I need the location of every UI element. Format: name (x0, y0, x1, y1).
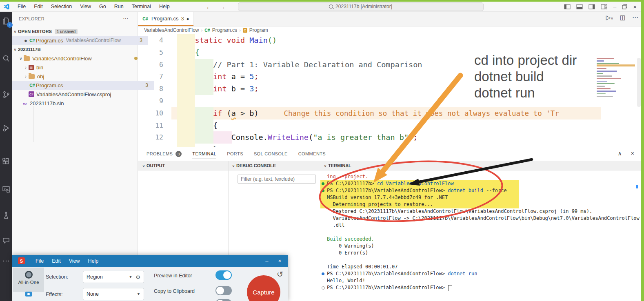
tab-problems-badge: 3 (181, 15, 184, 22)
search-icon[interactable] (1, 54, 11, 64)
remote-explorer-icon[interactable] (1, 184, 11, 194)
terminal-line: PS C:\20231117b\VariablesAndControlFlow> (322, 284, 642, 291)
command-status-icon (322, 270, 327, 277)
snagit-menu-view[interactable]: View (67, 257, 82, 265)
panel-tab-ports[interactable]: PORTS (227, 147, 243, 160)
folder-icon (24, 56, 30, 61)
command-center-search[interactable]: 20231117b [Administrator] (238, 2, 484, 11)
minimap-line (597, 93, 606, 95)
breadcrumb-separator: › (201, 28, 203, 33)
section-header-debug-console[interactable]: ∨DEBUG CONSOLE (231, 161, 276, 170)
menu-terminal[interactable]: Terminal (128, 3, 155, 10)
terminal-output[interactable]: ing --project.PS C:\20231117b> cd Variab… (322, 173, 642, 291)
menu-help[interactable]: Help (155, 3, 173, 10)
source-control-icon[interactable] (1, 90, 11, 100)
command-status-icon (322, 208, 327, 215)
preview-in-editor-toggle[interactable] (215, 270, 232, 280)
terminal-line: Determining projects to restore... (322, 201, 642, 208)
snagit-menu-help[interactable]: Help (86, 257, 101, 265)
breadcrumb-separator: › (239, 28, 241, 33)
breadcrumb[interactable]: VariablesAndControlFlow›C#Program.cs›CPr… (144, 26, 268, 34)
section-header-terminal[interactable]: ∨TERMINAL (322, 161, 351, 170)
terminal-line (322, 257, 642, 263)
explorer-icon[interactable]: 1 (1, 16, 11, 26)
open-editors-section[interactable]: ∨ OPEN EDITORS 1 unsaved (12, 27, 138, 36)
terminal-line: PS C:\20231117b\VariablesAndControlFlow>… (322, 187, 642, 194)
tree-item-20231117b-sln[interactable]: ∞20231117b.sln (12, 99, 148, 108)
nav-forward-icon[interactable]: → (220, 3, 226, 10)
customize-layout-icon[interactable] (601, 4, 607, 9)
minimap-line (597, 78, 621, 80)
terminal-cursor (448, 285, 452, 291)
snagit-menu-file[interactable]: File (33, 257, 46, 265)
capture-button[interactable]: Capture (247, 275, 280, 301)
editor-scrollbar[interactable] (637, 58, 641, 107)
panel-tab-terminal[interactable]: TERMINAL (192, 147, 216, 160)
nav-back-icon[interactable]: ← (206, 3, 212, 10)
tree-item-variablesandcontrolflow-csproj[interactable]: C#VariablesAndControlFlow.csproj (12, 90, 154, 99)
panel-close-icon[interactable]: × (631, 150, 634, 157)
partial-toggle[interactable] (215, 299, 232, 301)
panel-maximize-icon[interactable]: ∧ (618, 150, 622, 157)
csproj-file-icon: C# (29, 91, 34, 97)
selection-dropdown[interactable]: Region ▼ ⚙ (83, 271, 144, 283)
terminal-line: PS C:\20231117b> cd VariablesAndControlF… (322, 180, 642, 187)
open-editors-label: OPEN EDITORS (18, 29, 52, 34)
tree-item-variablesandcontrolflow[interactable]: ∨VariablesAndControlFlow (12, 54, 143, 63)
preview-in-editor-label: Preview in Editor (154, 273, 192, 279)
workspace-root[interactable]: ∨ 20231117B (12, 45, 138, 54)
panel-divider[interactable] (319, 161, 319, 301)
toggle-sidebar-icon[interactable] (564, 4, 571, 9)
panel-tab-sql-console[interactable]: SQL CONSOLE (254, 147, 288, 160)
panel-tab-comments[interactable]: COMMENTS (298, 147, 326, 160)
tree-item-bin[interactable]: ›▦bin (12, 63, 148, 72)
window-restore-icon[interactable] (622, 4, 627, 9)
effects-dropdown[interactable]: None ▼ (83, 288, 144, 300)
unsaved-badge: 1 unsaved (55, 29, 78, 34)
toggle-secondary-sidebar-icon[interactable] (588, 4, 595, 9)
tree-item-program-cs[interactable]: C#Program.cs3 (12, 81, 154, 90)
window-close-icon[interactable]: × (633, 3, 637, 10)
breadcrumb-item[interactable]: Program (249, 27, 268, 33)
menu-edit[interactable]: Edit (30, 3, 47, 10)
tab-all-in-one[interactable]: All-in-One (13, 268, 44, 292)
menu-view[interactable]: View (76, 3, 95, 10)
explorer-more-icon[interactable]: ⋯ (123, 15, 129, 21)
panel-tab-problems[interactable]: PROBLEMS3 (147, 147, 182, 160)
csharp-file-icon: C# (29, 38, 36, 43)
gear-icon[interactable]: ⚙ (135, 274, 140, 280)
snagit-close-icon[interactable]: × (278, 258, 281, 264)
comments-icon[interactable] (1, 236, 11, 246)
run-button[interactable]: ▷∨ (606, 14, 613, 21)
menu-go[interactable]: Go (95, 3, 110, 10)
more-icon[interactable] (1, 256, 11, 266)
minimap-line (597, 60, 604, 62)
snagit-minimize-icon[interactable]: – (265, 258, 268, 264)
search-title: 20231117b [Administrator] (335, 4, 392, 9)
toggle-panel-icon[interactable] (576, 4, 583, 9)
copy-to-clipboard-toggle[interactable] (215, 286, 232, 295)
activity-bar: 1 (0, 11, 12, 301)
tab-program-cs[interactable]: C# Program.cs 3 ● (138, 11, 194, 26)
tab-image[interactable] (13, 291, 44, 301)
menu-run[interactable]: Run (111, 3, 127, 10)
debug-filter-input[interactable] (238, 175, 316, 184)
split-editor-icon[interactable]: ◫ (620, 14, 626, 21)
testing-icon[interactable] (1, 210, 11, 220)
breadcrumb-item[interactable]: Program.cs (212, 27, 237, 33)
undo-icon[interactable]: ↺ (277, 270, 283, 279)
snagit-menu-edit[interactable]: Edit (49, 257, 63, 265)
menu-selection[interactable]: Selection (47, 3, 76, 10)
chevron-down-icon: ∨ (18, 56, 24, 61)
section-header-output[interactable]: ∨OUTPUT (141, 161, 165, 170)
open-editor-item[interactable]: ● C# Program.cs VariablesAndControlFlow … (12, 36, 148, 45)
tree-item-obj[interactable]: ›obj (12, 72, 148, 81)
breadcrumb-item[interactable]: VariablesAndControlFlow (144, 27, 199, 33)
tab-dirty-icon[interactable]: ● (187, 16, 189, 21)
run-and-debug-icon[interactable] (1, 123, 11, 133)
window-minimize-icon[interactable]: – (613, 3, 616, 10)
menu-file[interactable]: File (14, 3, 29, 10)
editor-more-icon[interactable]: ⋯ (632, 14, 638, 21)
minimap-line (597, 88, 611, 89)
extensions-icon[interactable] (1, 157, 11, 166)
